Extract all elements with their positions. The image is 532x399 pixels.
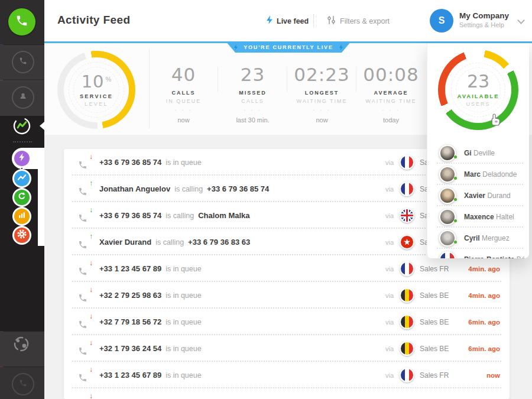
call-status: is in queue [166,345,201,353]
via-label: via [385,265,394,273]
avatar [439,187,456,204]
user-list-item[interactable]: Pierre-Baptiste Béchu [427,249,529,258]
via-label: via [385,372,394,379]
via-label: via [385,212,394,219]
user-list-item[interactable]: Gi Deville [427,142,529,164]
filters-export-button[interactable]: Filters & export [327,15,390,27]
lightning-icon [19,153,25,164]
via-label: via [385,319,394,326]
call-time: now [458,372,500,379]
call-time: 6min. ago [458,345,500,352]
line-name: Sales FR [420,265,458,273]
via-label: via [385,292,394,299]
lightning-icon [234,42,238,53]
header: Activity Feed Live feed Filters & export… [44,0,532,41]
call-time: 6min. ago [458,319,500,326]
stat-calls-in-queue: 40 CALLS IN QUEUE · · · now [149,43,218,135]
gear-icon [17,229,27,242]
sidebar [0,0,44,399]
incoming-call-icon: ↓ [78,342,92,356]
sidebar-item-analytics[interactable] [12,169,31,188]
sidebar-item-live-feed[interactable] [12,149,31,168]
user-list-item[interactable]: Maxence Haltel [427,206,529,228]
lightning-icon [339,42,343,53]
call-status: is in queue [166,291,201,300]
line-flag [400,341,414,356]
line-flag [400,368,414,382]
via-label: via [385,159,394,166]
via-label: via [385,239,394,246]
line-flag [400,235,414,249]
call-row-partial[interactable]: ↓ [64,388,510,399]
call-status: is in queue [166,371,201,379]
chevron-down-icon[interactable] [517,17,525,24]
incoming-call-icon: ↓ [78,395,92,399]
sidebar-item-stats[interactable] [12,207,31,226]
phone-icon [19,379,27,390]
call-status: is calling [174,185,203,193]
lightning-icon [267,15,273,27]
call-time: 4min. ago [458,292,500,299]
outgoing-call-icon: ↑ [78,182,92,196]
header-divider [313,14,314,27]
sidebar-item-contacts[interactable] [12,86,34,109]
sidebar-item-calls[interactable] [12,51,34,73]
caller: +33 6 79 36 85 74 [99,158,161,167]
sidebar-item-history[interactable] [12,373,34,395]
company-menu[interactable]: My Company Settings & Help [459,11,509,28]
avatar [439,209,456,225]
call-row[interactable]: ↓ +33 1 23 45 67 89 is in queue via Sale… [64,362,510,388]
avatar [439,251,456,258]
caller: +32 7 79 18 56 72 [99,317,161,326]
incoming-call-icon: ↓ [78,155,92,170]
call-row[interactable]: ↓ +32 1 79 36 24 54 is in queue via Sale… [64,335,510,362]
incoming-call-icon: ↓ [78,209,92,223]
active-section-pointer [40,122,44,130]
avatar [439,166,456,183]
via-label: via [385,186,394,193]
line-flag [400,155,414,170]
incoming-call-icon: ↓ [78,262,92,276]
live-feed-button[interactable]: Live feed [267,15,309,27]
person-icon [18,92,28,103]
sidebar-divider [13,141,32,142]
sidebar-item-settings[interactable] [12,226,31,245]
line-flag [400,288,414,303]
call-row[interactable]: ↓ +32 2 79 25 98 63 is in queue via Sale… [64,282,510,309]
caller: Xavier Durand [99,238,151,246]
caller: +33 1 23 45 67 89 [99,371,161,379]
mouse-cursor-hand [489,112,502,129]
via-label: via [385,345,394,352]
line-flag [400,261,414,276]
stat-average-waiting: 00:08 AVERAGE WAITING TIME · · · today [356,43,426,135]
service-level-unit: % [106,76,112,83]
stat-missed-calls: 23 MISSED CALLS · · · last 30 min. [218,43,287,135]
line-flag [400,208,414,223]
bar-chart-icon [17,210,27,222]
caller: +32 1 79 36 24 54 [99,344,161,353]
company-avatar[interactable]: S [430,9,453,33]
call-row[interactable]: ↓ +32 7 79 18 56 72 is in queue via Sale… [64,309,510,335]
sliders-icon [327,15,336,27]
call-status: is in queue [166,265,201,273]
sidebar-item-team[interactable] [11,334,33,355]
stat-longest-waiting: 02:23 LONGEST WAITING TIME · · · now [287,43,356,135]
outgoing-call-icon: ↑ [78,235,92,249]
callee: Chalom Malka [198,211,249,220]
user-list-item[interactable]: Xavier Durand [427,185,529,206]
caller: +33 6 79 36 85 74 [99,211,161,220]
available-users-value: 23 [467,73,489,90]
call-status: is calling [166,212,194,220]
line-flag [400,181,414,196]
app-logo[interactable] [8,8,35,35]
company-name: My Company [459,11,509,20]
call-status: is in queue [166,158,201,167]
caller: +33 1 23 45 67 89 [99,264,161,273]
call-row[interactable]: ↓ +33 1 23 45 67 89 is in queue via Sale… [64,255,510,282]
user-list-item[interactable]: Marc Deladonde [427,164,529,185]
sidebar-item-activity[interactable] [11,115,33,137]
user-list-item[interactable]: Cyril Merguez [427,228,529,249]
sidebar-item-callbacks[interactable] [12,188,31,207]
team-icon [11,346,31,356]
service-level-label: SERVICE [80,93,113,99]
